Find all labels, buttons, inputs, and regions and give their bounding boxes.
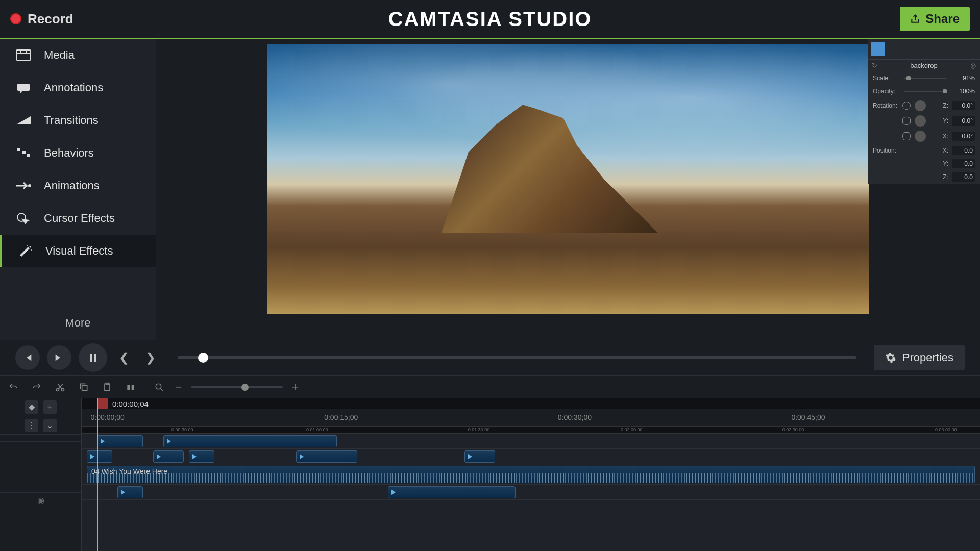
marker-button[interactable]: ◆ xyxy=(25,400,38,414)
audio-clip[interactable]: 04 Wish You Were Here xyxy=(87,466,975,483)
timeline-track-headers: ◆ + ⋮ ⌄ ◉ xyxy=(0,398,82,551)
zoom-in-button[interactable]: + xyxy=(288,380,302,394)
rotation-z-knob[interactable] xyxy=(915,100,926,111)
rotation-y-icon[interactable] xyxy=(902,117,911,125)
cut-button[interactable] xyxy=(53,380,67,394)
ruler-mark: 0:00:45;00 xyxy=(791,413,825,421)
clip-play-icon xyxy=(300,454,304,459)
next-button[interactable]: ❯ xyxy=(141,348,160,367)
sidebar-item-transitions[interactable]: Transitions xyxy=(0,104,156,137)
rotation-y-value[interactable]: 0.0° xyxy=(952,116,975,126)
opacity-slider[interactable] xyxy=(904,91,946,92)
share-icon xyxy=(910,14,920,24)
track-visibility-icon[interactable]: ◉ xyxy=(37,495,44,505)
add-track-button[interactable]: + xyxy=(43,400,57,414)
scale-value[interactable]: 91% xyxy=(952,74,975,82)
media-icon xyxy=(15,48,32,62)
timeline: ◆ + ⋮ ⌄ ◉ 0:00:00;04 0:00:00;000:00:15;0… xyxy=(0,398,980,551)
svg-rect-20 xyxy=(127,385,130,390)
next-frame-button[interactable] xyxy=(47,345,71,370)
clip[interactable] xyxy=(464,450,495,463)
share-button[interactable]: Share xyxy=(900,7,970,31)
prev-frame-button[interactable] xyxy=(15,345,40,370)
timeline-audio-track[interactable]: 04 Wish You Were Here xyxy=(82,464,980,485)
sidebar-label: Behaviors xyxy=(44,146,94,160)
timeline-track-1[interactable] xyxy=(82,434,980,449)
transitions-icon xyxy=(15,113,32,128)
position-y-value[interactable]: 0.0 xyxy=(952,159,975,168)
properties-title: backdrop xyxy=(910,62,937,69)
minor-ruler-mark: 0:02:30:00 xyxy=(782,427,804,432)
playback-slider-knob[interactable] xyxy=(198,353,208,363)
refresh-icon[interactable]: ↻ xyxy=(872,62,877,69)
svg-rect-6 xyxy=(22,151,26,154)
preview-canvas[interactable] xyxy=(267,44,869,314)
properties-toggle-button[interactable]: Properties xyxy=(874,345,965,370)
clip-play-icon xyxy=(192,454,197,459)
clip[interactable] xyxy=(388,486,516,498)
sidebar-item-cursor-effects[interactable]: Cursor Effects xyxy=(0,202,156,235)
sidebar-item-media[interactable]: Media xyxy=(0,39,156,71)
paste-button[interactable] xyxy=(100,380,114,394)
rotation-x-value[interactable]: 0.0° xyxy=(952,132,975,141)
target-icon[interactable]: ◎ xyxy=(970,62,976,69)
opacity-value[interactable]: 100% xyxy=(952,88,975,95)
zoom-slider[interactable] xyxy=(191,386,283,388)
sidebar-item-animations[interactable]: Animations xyxy=(0,169,156,202)
clip[interactable] xyxy=(189,450,214,463)
prev-button[interactable]: ❮ xyxy=(114,348,134,367)
playhead[interactable] xyxy=(97,398,98,551)
ruler-mark: 0:00:30;00 xyxy=(558,413,592,421)
sidebar: Media Annotations Transitions Behaviors … xyxy=(0,39,156,340)
clip[interactable] xyxy=(97,435,143,447)
sidebar-item-visual-effects[interactable]: Visual Effects xyxy=(0,235,156,267)
svg-rect-17 xyxy=(82,385,87,390)
rotation-z-axis: Z: xyxy=(943,102,948,109)
properties-thumbnail[interactable] xyxy=(871,42,885,56)
scale-slider[interactable] xyxy=(904,78,946,79)
timecode-display: 0:00:00;04 xyxy=(112,399,149,408)
rotation-x-icon[interactable] xyxy=(902,132,911,140)
playback-slider[interactable] xyxy=(178,356,856,359)
sidebar-label: Animations xyxy=(44,179,100,192)
position-z-value[interactable]: 0.0 xyxy=(952,172,975,182)
undo-button[interactable] xyxy=(6,380,20,394)
pause-button[interactable] xyxy=(79,343,107,372)
track-options-button[interactable]: ⋮ xyxy=(25,419,38,432)
svg-point-22 xyxy=(156,384,161,389)
cursor-icon xyxy=(15,211,32,226)
svg-point-10 xyxy=(30,246,31,248)
waveform xyxy=(87,473,974,483)
rotation-z-value[interactable]: 0.0° xyxy=(952,101,975,110)
clip[interactable] xyxy=(163,435,337,447)
position-x-value[interactable]: 0.0 xyxy=(952,146,975,155)
rotation-x-knob[interactable] xyxy=(915,131,926,142)
redo-button[interactable] xyxy=(30,380,44,394)
zoom-slider-knob[interactable] xyxy=(241,384,249,391)
timeline-track-3[interactable] xyxy=(82,485,980,500)
rotation-z-icon[interactable] xyxy=(902,102,911,110)
timeline-ruler[interactable]: 0:00:00;000:00:15;000:00:30;000:00:45;00 xyxy=(82,409,980,427)
playhead-marker[interactable] xyxy=(97,398,108,409)
zoom-out-button[interactable]: − xyxy=(172,380,186,394)
record-button[interactable]: Record xyxy=(10,11,74,27)
split-button[interactable] xyxy=(124,380,138,394)
sidebar-item-annotations[interactable]: Annotations xyxy=(0,71,156,104)
clip[interactable] xyxy=(87,450,112,463)
position-z-axis: Z: xyxy=(943,173,948,181)
collapse-button[interactable]: ⌄ xyxy=(43,419,57,432)
timeline-header: 0:00:00;04 xyxy=(82,398,980,409)
copy-button[interactable] xyxy=(77,380,91,394)
timeline-track-2[interactable] xyxy=(82,449,980,464)
annotations-icon xyxy=(15,81,32,95)
sidebar-item-behaviors[interactable]: Behaviors xyxy=(0,137,156,169)
clip[interactable] xyxy=(296,450,357,463)
rotation-y-knob[interactable] xyxy=(915,115,926,127)
clip[interactable] xyxy=(117,486,143,498)
sidebar-more-button[interactable]: More xyxy=(0,306,156,340)
clip[interactable] xyxy=(153,450,184,463)
sidebar-label: Media xyxy=(44,48,75,62)
timeline-tracks: 0:00:00;04 0:00:00;000:00:15;000:00:30;0… xyxy=(82,398,980,500)
scale-label: Scale: xyxy=(873,74,898,82)
svg-point-8 xyxy=(28,184,31,187)
